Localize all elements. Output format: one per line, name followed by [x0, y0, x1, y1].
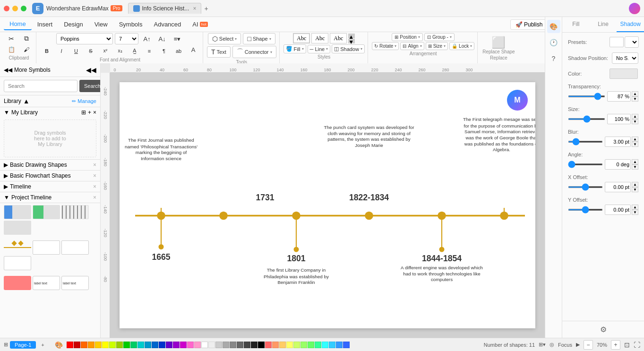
font-family-select[interactable]: Poppins — [56, 33, 113, 44]
pro-badge: Pro — [111, 5, 123, 11]
replace-shape-label: Replace Shape — [482, 49, 515, 54]
font-size-increase[interactable]: A↑ — [140, 34, 154, 43]
ai-badge: hot — [200, 22, 208, 27]
styles-scroll-up[interactable]: ▲ — [348, 34, 355, 38]
minimize-button[interactable] — [12, 6, 18, 11]
fill-panel-icon[interactable]: 🎨 — [547, 20, 560, 33]
new-tab-button[interactable]: + — [201, 4, 211, 13]
size-button[interactable]: ⊞ Size ▾ — [426, 42, 448, 50]
menu-symbols[interactable]: Symbols — [113, 19, 148, 30]
clipboard-label: Clipboard — [9, 55, 29, 60]
align-button[interactable]: ⊟ Align ▾ — [400, 42, 424, 50]
rotate-dropdown-arrow: ▾ — [395, 44, 396, 48]
lock-label: Lock — [459, 43, 469, 49]
connector-label: Connector — [245, 49, 269, 55]
bold-button[interactable]: B — [40, 47, 53, 55]
history-panel-icon[interactable]: 🕐 — [547, 36, 560, 49]
preset-box[interactable] — [610, 37, 624, 47]
text-style-button[interactable]: A̲ — [128, 47, 141, 55]
menu-design[interactable]: Design — [58, 19, 88, 30]
font-size-select[interactable]: 7 — [115, 33, 138, 44]
menu-advanced[interactable]: Advanced — [148, 19, 187, 30]
text-style-abc1[interactable]: Abc — [293, 33, 310, 43]
text-style-abc3[interactable]: Abc — [330, 33, 347, 43]
lock-icon: 🔒 — [452, 43, 457, 49]
tab-close-icon[interactable]: × — [193, 5, 196, 12]
connector-button[interactable]: ⌒ Connector ▾ — [232, 46, 276, 58]
shadow-icon: ◫ — [334, 46, 339, 52]
font-alignment-group: Poppins 7 A↑ A↓ ≡▾ B I U S x² x₂ A̲ ≡ ¶ … — [37, 32, 203, 64]
shadow-button[interactable]: ◫ Shadow ▾ — [332, 44, 365, 53]
align-options[interactable]: ≡▾ — [171, 34, 184, 43]
publish-button[interactable]: 🚀 Publish — [510, 19, 548, 30]
paragraph-style-button[interactable]: ¶ — [157, 47, 171, 55]
shadow-tab[interactable]: Shadow — [617, 17, 644, 32]
paste-button[interactable]: 📋 — [5, 45, 18, 54]
maximize-button[interactable] — [21, 6, 26, 11]
size-dropdown-arrow: ▾ — [444, 44, 446, 48]
shadow-tabs: Fill Line Shadow — [562, 17, 644, 33]
right-panel: 🎨 🕐 ? Fill Line Shadow Presets: — [545, 17, 644, 64]
cut-button[interactable]: ✂ — [5, 34, 18, 44]
group-dropdown-arrow: ▾ — [450, 35, 452, 39]
replace-shape-button[interactable]: ⬜ Replace Shape — [482, 36, 515, 54]
fill-icon: 🪣 — [286, 46, 292, 52]
user-avatar[interactable] — [629, 3, 640, 14]
left-panel: ◀◀ More Symbols ◀◀ Search Library ▲ ✏ Ma… — [0, 63, 101, 64]
menu-ai[interactable]: AI hot — [187, 19, 213, 30]
fill-tab[interactable]: Fill — [562, 17, 590, 32]
presets-select[interactable] — [625, 36, 639, 48]
underline-button[interactable]: U — [69, 47, 83, 55]
connector-dropdown-arrow: ▾ — [270, 50, 272, 54]
line-style-button[interactable]: ─ Line ▾ — [308, 45, 331, 53]
group-button[interactable]: ⊡ Group - ▾ — [424, 33, 455, 41]
position-icon: ⊞ — [395, 34, 398, 40]
lock-button[interactable]: 🔒 Lock ▾ — [449, 42, 474, 50]
format-painter-button[interactable]: 🖌 — [20, 45, 33, 54]
menu-home[interactable]: Home — [4, 18, 32, 30]
canvas-area[interactable]: 0 20 40 60 80 100 120 140 160 180 200 22… — [101, 63, 545, 64]
presets-label: Presets: — [568, 39, 606, 45]
select-dropdown-arrow: ▾ — [235, 37, 237, 41]
rotate-button[interactable]: ↻ Rotate ▾ — [372, 42, 399, 50]
close-button[interactable] — [4, 6, 9, 11]
group-icon: ⊡ — [427, 34, 431, 40]
styles-scroll-down[interactable]: ▼ — [348, 39, 355, 43]
menu-insert[interactable]: Insert — [32, 19, 59, 30]
tab-title: Info Science Hist... — [142, 5, 189, 12]
clipboard-group: ✂ ⧉ 📋 🖌 Clipboard — [2, 32, 36, 64]
font-size-decrease[interactable]: A↓ — [155, 34, 169, 43]
titlebar-right — [629, 3, 640, 14]
copy-button[interactable]: ⧉ — [20, 33, 33, 44]
help-panel-icon[interactable]: ? — [547, 52, 560, 64]
align-toolbar-label: Align — [408, 43, 418, 49]
shadow-properties: Presets: Shadow Position: No S... — [562, 33, 644, 64]
text-button[interactable]: T Text — [207, 46, 231, 58]
lock-dropdown-arrow: ▾ — [470, 44, 472, 48]
line-label: Line — [315, 46, 325, 52]
fill-button[interactable]: 🪣 Fill ▾ — [283, 44, 306, 53]
select-button[interactable]: ⬡ Select ▾ — [208, 33, 241, 44]
shape-label: Shape — [253, 36, 268, 42]
italic-button[interactable]: I — [55, 47, 68, 55]
menu-view[interactable]: View — [89, 19, 113, 30]
document-tab[interactable]: Info Science Hist... × — [128, 3, 201, 14]
shadow-position-select[interactable]: No S... — [612, 52, 638, 64]
connector-icon: ⌒ — [237, 48, 243, 56]
superscript-button[interactable]: x² — [99, 47, 112, 54]
list-style-button[interactable]: ≡ — [143, 47, 156, 55]
subscript-button[interactable]: x₂ — [113, 47, 127, 54]
text-style-abc2[interactable]: Abc — [311, 33, 328, 43]
position-button[interactable]: ⊞ Position ▾ — [392, 33, 423, 41]
tools-group: ⬡ Select ▾ □ Shape ▾ T Text ⌒ Connector … — [204, 32, 280, 64]
text-format-button[interactable]: ab — [172, 47, 185, 55]
size-icon: ⊞ — [428, 43, 432, 49]
line-tab[interactable]: Line — [590, 17, 617, 32]
right-panel-content: Fill Line Shadow Presets: Shadow Positio… — [562, 17, 644, 64]
strikethrough-button[interactable]: S — [84, 47, 97, 55]
align-dropdown-arrow: ▾ — [420, 44, 422, 48]
shape-button[interactable]: □ Shape ▾ — [243, 33, 275, 44]
titlebar: E Wondershare EdrawMax Pro Info Science … — [0, 0, 644, 17]
font-color-button[interactable]: A — [187, 45, 200, 56]
replace-shape-icon: ⬜ — [491, 36, 506, 49]
